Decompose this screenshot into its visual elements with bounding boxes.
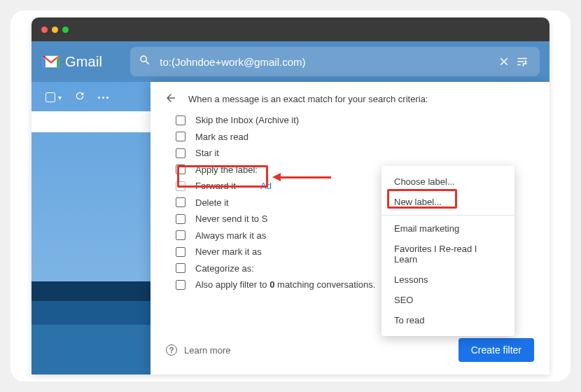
label-dropdown-menu: Choose label... New label... Email marke… xyxy=(382,166,514,336)
option-label: Apply the label: xyxy=(195,164,258,175)
window-close-dot[interactable] xyxy=(41,27,48,33)
menu-label-favorites[interactable]: Favorites I Re-read I Learn xyxy=(382,239,514,270)
menu-label-seo[interactable]: SEO xyxy=(382,290,514,310)
gmail-logo[interactable]: Gmail xyxy=(31,54,102,70)
search-icon[interactable] xyxy=(139,54,151,69)
tutorial-frame: Gmail to:(Johndoe+work@gmail.com) ▾ xyxy=(10,10,570,382)
option-label: Categorize as: xyxy=(195,263,254,274)
search-options-icon[interactable] xyxy=(513,55,531,68)
option-label: Skip the Inbox (Archive it) xyxy=(195,115,299,125)
menu-new-label[interactable]: New label... xyxy=(382,192,514,212)
filter-panel-title: When a message is an exact match for you… xyxy=(188,94,428,104)
refresh-icon[interactable] xyxy=(74,90,85,104)
window-zoom-dot[interactable] xyxy=(62,27,69,33)
learn-more-label: Learn more xyxy=(184,345,230,356)
search-bar[interactable]: to:(Johndoe+work@gmail.com) xyxy=(130,47,540,76)
learn-more-link[interactable]: ? Learn more xyxy=(166,344,230,356)
option-star-it[interactable]: Star it xyxy=(176,148,545,158)
option-label: Always mark it as xyxy=(195,230,266,241)
menu-choose-label[interactable]: Choose label... xyxy=(382,172,514,192)
option-label: Delete it xyxy=(195,197,229,208)
option-label: Also apply filter to 0 matching conversa… xyxy=(195,279,375,290)
clear-search-icon[interactable] xyxy=(495,55,513,68)
window-titlebar xyxy=(31,18,550,41)
help-icon: ? xyxy=(166,344,177,356)
gmail-app: Gmail to:(Johndoe+work@gmail.com) ▾ xyxy=(31,41,550,374)
window-minimize-dot[interactable] xyxy=(52,27,58,33)
search-query-text: to:(Johndoe+work@gmail.com) xyxy=(160,56,495,68)
back-arrow-icon[interactable] xyxy=(164,92,177,106)
menu-label-lessons[interactable]: Lessons xyxy=(382,270,514,290)
gmail-product-name: Gmail xyxy=(65,54,102,70)
gmail-header: Gmail to:(Johndoe+work@gmail.com) xyxy=(31,41,550,82)
select-all-checkbox[interactable]: ▾ xyxy=(46,92,62,102)
option-mark-read[interactable]: Mark as read xyxy=(176,132,545,142)
menu-separator xyxy=(382,215,514,216)
gmail-icon xyxy=(41,54,61,69)
option-label: Mark as read xyxy=(195,132,248,142)
option-label: Forward it xyxy=(195,181,236,191)
browser-window: Gmail to:(Johndoe+work@gmail.com) ▾ xyxy=(31,18,550,374)
menu-label-email-marketing[interactable]: Email marketing xyxy=(382,218,514,239)
menu-label-to-read[interactable]: To read xyxy=(382,310,514,330)
more-icon[interactable] xyxy=(98,97,108,99)
option-label: Star it xyxy=(195,148,219,158)
option-label: Never mark it as xyxy=(195,246,262,257)
create-filter-button[interactable]: Create filter xyxy=(458,338,534,362)
option-skip-inbox[interactable]: Skip the Inbox (Archive it) xyxy=(176,115,545,125)
option-label: Never send it to S xyxy=(195,214,267,224)
forward-add-address-link[interactable]: Ad xyxy=(260,181,272,191)
